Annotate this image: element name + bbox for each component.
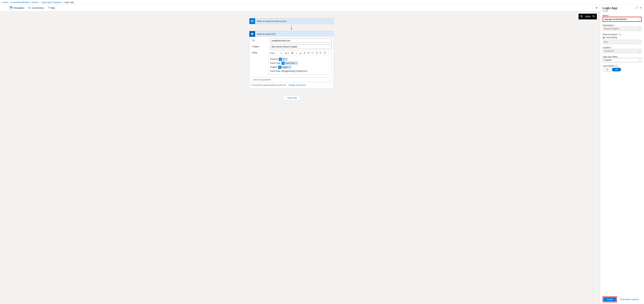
designer-main: ✕ Templates Connectors ? Help 100%	[0, 5, 600, 304]
toggle-off[interactable]: Off	[612, 68, 621, 71]
eventgrid-icon	[278, 66, 281, 69]
eventgrid-icon	[282, 62, 284, 65]
line2-label: Event Type:	[270, 61, 281, 65]
zoom-in-icon[interactable]	[580, 15, 583, 18]
number-list-icon[interactable]: 12	[311, 52, 314, 55]
line4-text: Event Data: @{triggerBody()?['data']}<br…	[270, 69, 330, 73]
info-icon[interactable]: i	[615, 65, 617, 67]
close-icon[interactable]: ✕	[595, 6, 598, 10]
change-connection-link[interactable]: Change connection.	[288, 84, 306, 86]
token-eventtype[interactable]: Event Type ×	[282, 61, 298, 65]
eventgrid-icon	[279, 58, 282, 61]
subject-input[interactable]	[270, 44, 332, 49]
toolbar-help-label: Help	[50, 6, 55, 9]
outlook-icon	[250, 31, 255, 37]
bullet-list-icon[interactable]	[307, 52, 310, 55]
svg-rect-14	[252, 33, 254, 35]
token-id[interactable]: ID ×	[279, 58, 288, 61]
toolbar-templates[interactable]: Templates	[10, 6, 24, 9]
log-analytics-toggle[interactable]: On Off	[602, 68, 621, 71]
remove-token-icon[interactable]: ×	[286, 58, 288, 61]
outdent-icon[interactable]	[315, 52, 318, 55]
close-icon[interactable]: ✕	[640, 6, 642, 12]
remove-token-icon[interactable]: ×	[296, 61, 298, 65]
connection-info: Connected to jalichwa@microsoft.com. Cha…	[252, 84, 332, 86]
rg-label: Resource group	[602, 33, 617, 36]
breadcrumb-current: Logic App	[64, 1, 74, 3]
body-editor: Font▼ 12▼ B I U 12	[268, 51, 332, 75]
breadcrumb-sep: ›	[62, 1, 63, 3]
font-select[interactable]: Font▼	[270, 51, 283, 55]
check-icon: ✓	[638, 18, 640, 20]
subscription-label: Subscription	[602, 24, 614, 26]
designer-canvas[interactable]: 100% When a resource event occurs · · ·	[0, 11, 600, 304]
chevron-down-icon: ⌄	[638, 41, 640, 43]
to-input[interactable]	[270, 38, 332, 43]
rg-use-existing-radio[interactable]: Use existing	[602, 36, 642, 39]
zoom-out-icon[interactable]	[592, 15, 595, 18]
breadcrumb-sep: ›	[9, 1, 10, 3]
svg-point-16	[308, 52, 308, 52]
chevron-down-icon: ⌄	[638, 59, 640, 61]
location-select[interactable]: Central US⌄	[602, 49, 642, 53]
toolbar-help[interactable]: ? Help	[48, 6, 55, 9]
svg-point-15	[252, 33, 252, 34]
add-parameter-select[interactable]: Add new parameter ⌄	[252, 77, 332, 82]
toolbar-connectors-label: Connectors	[32, 6, 44, 9]
svg-text:2: 2	[312, 53, 312, 54]
pane-subtitle: Create	[602, 10, 617, 12]
remove-token-icon[interactable]: ×	[289, 65, 292, 69]
subject-label: Subject	[252, 45, 259, 48]
body-label: Body	[252, 51, 257, 54]
pencil-icon[interactable]	[303, 52, 306, 55]
bold-icon[interactable]: B	[291, 52, 294, 54]
rg-select[interactable]: jl-rg⌄	[602, 40, 642, 44]
line3-label: Subject:	[270, 65, 278, 69]
toggle-on[interactable]: On	[603, 68, 612, 71]
action-title: Send an email (V2)	[255, 33, 325, 35]
eventgrid-icon	[250, 18, 255, 24]
body-content[interactable]: Event Id: ID × Ev	[268, 56, 332, 75]
chevron-down-icon: ⌄	[638, 50, 640, 52]
automation-options-link[interactable]: Automation options	[620, 298, 639, 301]
location-label: Location	[602, 46, 610, 49]
code-icon[interactable]	[327, 52, 330, 55]
token-subject[interactable]: Subject ×	[278, 65, 292, 69]
breadcrumb-kv[interactable]: kv-emailnotification - Events	[11, 1, 38, 3]
underline-icon[interactable]: U	[299, 52, 302, 54]
flow-connector	[249, 25, 334, 30]
svg-point-17	[308, 53, 308, 53]
trigger-menu-icon[interactable]: · · ·	[325, 20, 334, 22]
info-icon[interactable]: i	[619, 33, 621, 35]
svg-line-10	[594, 17, 595, 17]
create-button[interactable]: Create	[604, 297, 616, 302]
pane-title: Logic App	[602, 6, 617, 10]
trigger-card[interactable]: When a resource event occurs · · ·	[249, 18, 334, 24]
toolbar-connectors[interactable]: Connectors	[28, 6, 44, 9]
zoom-control: 100%	[578, 14, 597, 19]
toolbar-templates-label: Templates	[14, 6, 24, 9]
breadcrumb-sep: ›	[40, 1, 40, 3]
action-card: Send an email (V2) · · · *To *Subject	[249, 31, 334, 88]
action-menu-icon[interactable]: · · ·	[325, 33, 334, 35]
breadcrumb: Home › kv-emailnotification - Events › L…	[0, 0, 644, 5]
indent-icon[interactable]	[319, 52, 322, 55]
restore-icon[interactable]: ☐	[636, 6, 638, 12]
line1-label: Event Id:	[270, 57, 278, 61]
status-select[interactable]: Enabled⌄	[602, 58, 642, 62]
svg-line-6	[582, 17, 583, 17]
breadcrumb-home[interactable]: Home	[2, 1, 8, 3]
svg-rect-32	[328, 52, 330, 54]
link-icon[interactable]	[323, 52, 326, 55]
log-label: Log Analytics	[602, 65, 614, 67]
name-input[interactable]	[603, 17, 641, 21]
zoom-level: 100%	[585, 15, 591, 18]
svg-rect-2	[28, 7, 30, 8]
new-step-button[interactable]: + New step	[283, 95, 300, 100]
italic-icon[interactable]: I	[295, 52, 298, 54]
svg-rect-1	[10, 7, 12, 7]
subscription-select[interactable]: jalichwa Projects⌄	[602, 26, 642, 31]
breadcrumb-designer[interactable]: Logic Apps Designer	[41, 1, 61, 3]
trigger-title: When a resource event occurs	[255, 20, 325, 22]
size-select[interactable]: 12▼	[284, 51, 290, 55]
